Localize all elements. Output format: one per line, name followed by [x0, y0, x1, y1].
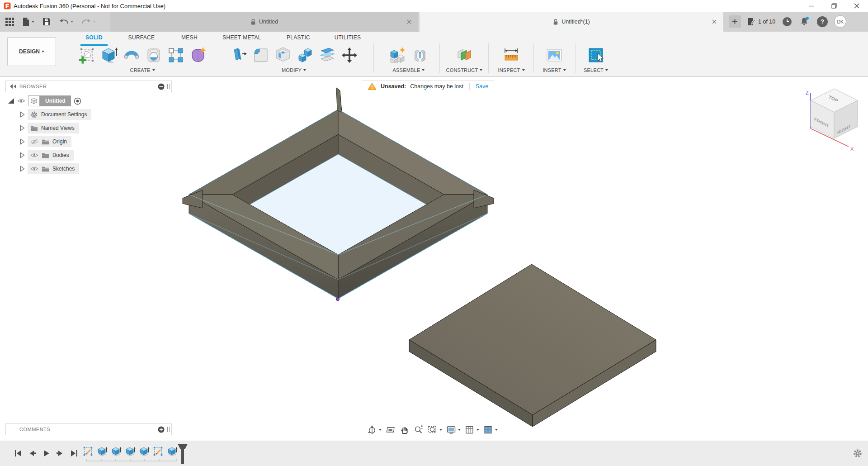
- move-copy-button[interactable]: [340, 45, 359, 65]
- inspect-group-menu[interactable]: INSPECT: [498, 67, 524, 73]
- fit-button[interactable]: [428, 425, 442, 435]
- press-pull-button[interactable]: [229, 45, 249, 65]
- orbit-button[interactable]: [367, 425, 382, 435]
- ribbon-tab-sheet-metal[interactable]: SHEET METAL: [222, 34, 262, 43]
- body-frame[interactable]: [183, 88, 494, 299]
- ribbon-tab-plastic[interactable]: PLASTIC: [285, 34, 312, 43]
- document-tab-untitled-1[interactable]: Untitled*(1): [420, 12, 723, 32]
- help-button[interactable]: ?: [817, 16, 828, 27]
- new-tab-button[interactable]: [729, 15, 741, 28]
- select-button[interactable]: [586, 45, 606, 65]
- notifications-bell-icon[interactable]: [799, 16, 811, 27]
- browser-item-bodies[interactable]: Bodies: [7, 149, 91, 161]
- expand-icon[interactable]: [19, 152, 25, 159]
- user-avatar[interactable]: DK: [834, 15, 846, 28]
- create-form-button[interactable]: [188, 45, 208, 65]
- zoom-button[interactable]: [414, 425, 424, 435]
- save-button[interactable]: [41, 15, 52, 29]
- undo-button[interactable]: [57, 15, 75, 29]
- assemble-group-menu[interactable]: ASSEMBLE: [393, 67, 425, 73]
- browser-item-named-views[interactable]: Named Views: [7, 122, 91, 134]
- timeline-feature-sketch[interactable]: [82, 446, 94, 457]
- browser-item-sketches[interactable]: Sketches: [7, 163, 91, 175]
- recent-activity-icon[interactable]: [782, 16, 793, 27]
- collapse-panel-icon[interactable]: [9, 84, 17, 89]
- body-plate[interactable]: [409, 264, 656, 427]
- document-tab-untitled[interactable]: Untitled: [110, 12, 418, 32]
- timeline-feature-extrude[interactable]: [96, 446, 108, 457]
- display-settings-button[interactable]: [446, 425, 461, 435]
- close-tab-button[interactable]: [406, 18, 413, 25]
- pan-button[interactable]: [400, 425, 410, 435]
- construct-group-menu[interactable]: CONSTRUCT: [446, 67, 483, 73]
- rectangular-pattern-button[interactable]: [166, 45, 186, 65]
- timeline-play-button[interactable]: [41, 448, 52, 459]
- timeline-feature-extrude[interactable]: [138, 446, 150, 457]
- browser-root-item[interactable]: Untitled: [28, 95, 71, 106]
- split-body-button[interactable]: [317, 45, 337, 65]
- minimize-panel-icon[interactable]: [158, 83, 165, 90]
- visibility-eye-icon[interactable]: [30, 166, 38, 171]
- timeline-playhead[interactable]: [177, 443, 188, 464]
- panel-resize-grip[interactable]: [167, 84, 170, 89]
- visibility-eye-icon[interactable]: [30, 152, 38, 158]
- timeline-skip-start-button[interactable]: [13, 448, 24, 459]
- viewport-canvas[interactable]: TOP FRONT RIGHT Z X: [0, 77, 868, 441]
- combine-button[interactable]: [295, 45, 315, 65]
- expand-icon[interactable]: [19, 138, 25, 145]
- timeline-step-back-button[interactable]: [27, 448, 38, 459]
- activate-component-radio[interactable]: [74, 97, 81, 105]
- expand-icon[interactable]: [19, 124, 25, 132]
- grid-snap-button[interactable]: [465, 425, 479, 435]
- panel-resize-grip[interactable]: [167, 427, 170, 432]
- timeline-step-forward-button[interactable]: [55, 448, 66, 459]
- view-cube[interactable]: TOP FRONT RIGHT Z X: [806, 89, 858, 152]
- shell-button[interactable]: [273, 45, 293, 65]
- construction-plane-button[interactable]: [454, 45, 474, 65]
- expand-icon[interactable]: [19, 111, 25, 118]
- joint-button[interactable]: [410, 45, 430, 65]
- browser-item-origin[interactable]: Origin: [7, 136, 91, 147]
- timeline-skip-end-button[interactable]: [69, 448, 80, 459]
- extrude-button[interactable]: [99, 45, 119, 65]
- timeline-feature-extrude[interactable]: [166, 446, 178, 457]
- redo-button[interactable]: [80, 15, 98, 29]
- timeline-settings-gear-icon[interactable]: [853, 448, 863, 458]
- insert-group-menu[interactable]: INSERT: [542, 67, 566, 73]
- fillet-button[interactable]: [251, 45, 271, 65]
- measure-button[interactable]: [501, 45, 521, 65]
- expand-icon[interactable]: [19, 165, 25, 172]
- browser-item-document-settings[interactable]: Document Settings: [7, 109, 91, 120]
- ribbon-tab-surface[interactable]: SURFACE: [127, 34, 156, 43]
- browser-root-row[interactable]: Untitled: [7, 95, 91, 107]
- save-link[interactable]: Save: [476, 83, 489, 90]
- look-at-button[interactable]: [386, 425, 396, 435]
- ribbon-tab-solid[interactable]: SOLID: [84, 34, 104, 43]
- visibility-eye-icon[interactable]: [17, 98, 25, 104]
- modify-group-menu[interactable]: MODIFY: [282, 67, 306, 73]
- select-group-menu[interactable]: SELECT: [584, 67, 608, 73]
- design-workspace-menu[interactable]: DESIGN: [7, 37, 56, 66]
- minimize-window-button[interactable]: [800, 0, 823, 12]
- close-window-button[interactable]: [845, 0, 868, 12]
- viewports-button[interactable]: [483, 425, 498, 435]
- ribbon-tab-utilities[interactable]: UTILITIES: [333, 34, 363, 43]
- ribbon-tab-mesh[interactable]: MESH: [179, 34, 200, 43]
- document-counter-button[interactable]: 1 of 10: [747, 17, 775, 26]
- revolve-button[interactable]: [122, 45, 142, 65]
- timeline-feature-extrude[interactable]: [110, 446, 122, 457]
- timeline-feature-extrude[interactable]: [124, 446, 136, 457]
- file-menu-button[interactable]: [20, 15, 36, 29]
- expand-collapse-icon[interactable]: [7, 97, 14, 105]
- new-component-button[interactable]: [388, 45, 408, 65]
- restore-window-button[interactable]: [823, 0, 845, 12]
- add-comment-icon[interactable]: [158, 426, 165, 433]
- create-sketch-button[interactable]: [77, 45, 97, 65]
- hole-button[interactable]: [144, 45, 164, 65]
- visibility-off-eye-icon[interactable]: [30, 139, 38, 145]
- sketch-origin-point[interactable]: [336, 298, 339, 300]
- timeline-feature-sketch[interactable]: [152, 446, 164, 457]
- close-tab-button[interactable]: [711, 18, 718, 25]
- app-grid-button[interactable]: [4, 15, 16, 29]
- insert-image-button[interactable]: [544, 45, 564, 65]
